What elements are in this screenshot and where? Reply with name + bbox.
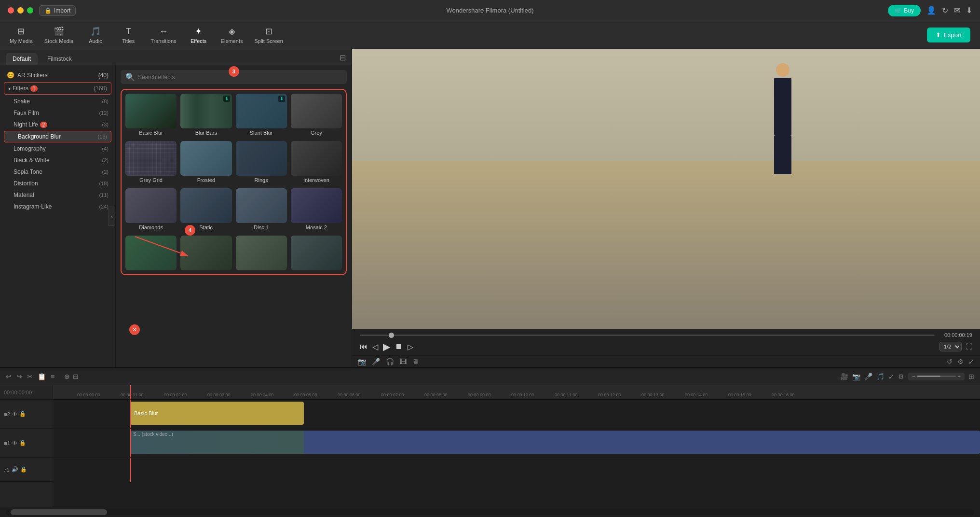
monitor-icon[interactable]: 🖥 [412,358,419,365]
effect-interwoven[interactable]: Interwoven [291,141,342,184]
effect-row4b[interactable] [180,236,231,270]
export-button[interactable]: ⬆ Export [927,28,970,42]
sidebar-item-background-blur[interactable]: Background Blur (16) [4,131,111,142]
eye-icon-track1[interactable]: 👁 [12,440,17,446]
fullscreen-icon[interactable]: ⛶ [966,343,972,350]
import-button[interactable]: 🔒 Import [39,5,76,16]
toolbar-transitions[interactable]: ↔ Transitions [150,27,176,44]
redo-timeline-icon[interactable]: ↪ [16,373,22,380]
toolbar-titles[interactable]: T Titles [118,27,139,44]
effect-mosaic2[interactable]: Mosaic 2 [291,188,342,232]
speed-select[interactable]: 1/2 1/1 2/1 [939,342,962,351]
copy-icon[interactable]: 📋 [38,373,46,380]
sidebar-item-shake[interactable]: Shake (8) [0,96,115,107]
undo-icon[interactable]: ↺ [947,358,953,365]
maximize-button[interactable] [27,7,33,14]
refresh-icon[interactable]: ↻ [942,6,948,15]
sidebar-item-night-life[interactable]: Night Life 2 (3) [0,119,115,130]
video-icon[interactable]: 🎥 [840,373,848,380]
playhead-marker[interactable]: ✕ [129,324,140,335]
mic-timeline-icon[interactable]: 🎤 [864,373,872,380]
camera-icon[interactable]: 📷 [358,358,366,365]
effects-grid: Basic Blur ⬇ Blur Bars [125,94,342,270]
toolbar-audio[interactable]: 🎵 Audio [85,26,106,44]
effect-blur-bars[interactable]: ⬇ Blur Bars [180,94,231,137]
effect-disc1[interactable]: Disc 1 [236,188,287,232]
sidebar-filters-section[interactable]: ▾ Filters 1 (160) [4,82,111,95]
sidebar-item-distortion[interactable]: Distortion (18) [0,178,115,189]
window-title: Wondershare Filmora (Untitled) [446,7,533,14]
grid-timeline-icon[interactable]: ⊞ [968,373,974,380]
audio-timeline-icon[interactable]: 🎵 [876,373,885,380]
lock-icon-track2[interactable]: 🔒 [19,411,26,417]
play-button[interactable]: ▶ [383,341,390,352]
search-input[interactable] [138,74,342,81]
effect-frosted[interactable]: Frosted [180,141,231,184]
track-1-label: ■1 👁 🔒 [0,429,53,458]
undo-timeline-icon[interactable]: ↩ [6,373,12,380]
film-icon[interactable]: 🎞 [400,358,407,365]
zoom-minus-icon[interactable]: − [912,374,915,379]
stop-button[interactable]: ⏹ [395,342,403,351]
skip-back-button[interactable]: ⏮ [360,342,368,351]
frame-back-button[interactable]: ◁ [372,342,378,351]
ruler-mark-11: 00:00:11:00 [555,392,598,397]
tab-default[interactable]: Default [6,53,38,65]
snap-icon[interactable]: ⊟ [73,373,79,380]
effect-row4c[interactable] [236,236,287,270]
toolbar-elements[interactable]: ◈ Elements [221,26,243,44]
mail-icon[interactable]: ✉ [954,6,960,15]
toolbar-split-screen[interactable]: ⊡ Split Screen [254,26,283,44]
mic-icon[interactable]: 🎤 [372,358,380,365]
sidebar-item-instagram-like[interactable]: Instagram-Like (24) [0,201,115,212]
content-area: Default Filmstock ⊟ 😊 AR Stickers (40) ▾… [0,49,980,367]
list-icon[interactable]: ≡ [51,373,54,380]
speaker-icon[interactable]: 🔊 [12,466,18,473]
effect-rings[interactable]: Rings [236,141,287,184]
eye-icon-track2[interactable]: 👁 [12,411,17,417]
sidebar-collapse-button[interactable]: ‹ [108,207,116,226]
lock-icon-track1[interactable]: 🔒 [19,440,26,446]
toolbar-stock-media[interactable]: 🎬 Stock Media [44,26,74,44]
tab-filmstock[interactable]: Filmstock [41,53,79,65]
frame-forward-button[interactable]: ▷ [408,342,413,351]
timeline-area: ↩ ↪ ✂ 📋 ≡ ⊕ ⊟ 🎥 📷 🎤 🎵 ⤢ ⚙ − + ⊞ [0,367,980,517]
expand-icon[interactable]: ⤢ [968,358,974,365]
download-icon[interactable]: ⬇ [966,6,972,15]
effect-grey[interactable]: Grey [291,94,342,137]
user-icon[interactable]: 👤 [926,6,936,15]
toolbar-my-media[interactable]: ⊞ My Media [10,26,33,44]
timeline-tracks[interactable]: 00:00:00:00 00:00:01:00 00:00:02:00 00:0… [53,385,980,507]
settings-timeline-icon[interactable]: ⚙ [898,373,904,380]
sidebar-item-material[interactable]: Material (11) [0,189,115,201]
basic-blur-clip[interactable]: Basic Blur [130,402,304,425]
sidebar-item-lomography[interactable]: Lomography (4) [0,143,115,154]
close-button[interactable] [8,7,14,14]
zoom-bar[interactable] [917,376,956,377]
sidebar-item-ar-stickers[interactable]: 😊 AR Stickers (40) [0,69,115,81]
grid-view-icon[interactable]: ⊟ [340,53,346,65]
minimize-button[interactable] [17,7,24,14]
sidebar-item-black-white[interactable]: Black & White (2) [0,154,115,166]
cut-icon[interactable]: ✂ [27,373,33,380]
horizontal-scrollbar[interactable] [6,509,974,515]
effect-row4a[interactable] [125,236,177,270]
headphone-icon[interactable]: 🎧 [386,358,394,365]
sidebar-item-sepia-tone[interactable]: Sepia Tone (2) [0,166,115,178]
buy-button[interactable]: 🛒 Buy [888,5,921,16]
zoom-plus-icon[interactable]: + [958,374,961,379]
effect-diamonds[interactable]: Diamonds [125,188,177,232]
export-timeline-icon[interactable]: ⤢ [888,373,894,380]
settings-icon[interactable]: ⚙ [957,358,964,365]
toolbar-effects[interactable]: ✦ Effects [188,26,209,44]
lock-icon-audio[interactable]: 🔒 [20,466,27,473]
ruler-mark-6: 00:00:06:00 [338,392,381,397]
effect-row4d[interactable] [291,236,342,270]
playback-scrubber[interactable] [360,335,935,336]
effect-slant-blur[interactable]: ⬇ Slant Blur [236,94,287,137]
effect-basic-blur[interactable]: Basic Blur [125,94,177,137]
effect-grey-grid[interactable]: Grey Grid [125,141,177,184]
add-track-icon[interactable]: ⊕ [64,373,70,380]
sidebar-item-faux-film[interactable]: Faux Film (12) [0,107,115,119]
webcam-icon[interactable]: 📷 [852,373,860,380]
